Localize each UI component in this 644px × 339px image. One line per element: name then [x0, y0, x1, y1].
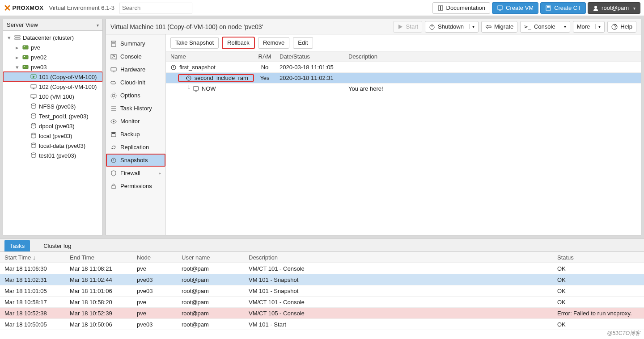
subnav-replication[interactable]: Replication: [106, 141, 165, 154]
log-row[interactable]: Mar 18 11:02:31Mar 18 11:02:44pve03root@…: [0, 274, 644, 285]
cloud-icon: [110, 80, 117, 86]
expand-toggle[interactable]: [16, 64, 20, 71]
log-row[interactable]: Mar 18 10:50:05Mar 18 10:50:06pve03root@…: [0, 319, 644, 330]
user-menu[interactable]: root@pam: [588, 2, 640, 14]
search-input[interactable]: [119, 3, 192, 13]
power-icon: [429, 24, 435, 30]
tree-node[interactable]: Test_pool1 (pve03): [3, 111, 102, 121]
tab-cluster-log[interactable]: Cluster log: [38, 240, 76, 251]
subnav-task-history[interactable]: Task History: [106, 102, 165, 115]
col-name[interactable]: Name: [166, 53, 254, 60]
node-icon: [22, 44, 29, 50]
tab-tasks[interactable]: Tasks: [4, 240, 30, 251]
expand-toggle[interactable]: [16, 54, 20, 61]
more-button[interactable]: More: [573, 21, 605, 33]
node-icon: [22, 54, 29, 60]
log-row[interactable]: Mar 18 11:06:30Mar 18 11:08:21pveroot@pa…: [0, 263, 644, 274]
col-start-time[interactable]: Start Time ↓: [0, 254, 67, 261]
create-vm-button[interactable]: Create VM: [492, 2, 538, 14]
subnav-label: Task History: [120, 105, 152, 112]
server-view-selector[interactable]: Server View: [3, 19, 102, 31]
subnav-backup[interactable]: Backup: [106, 128, 165, 141]
tree-node[interactable]: pve02: [3, 52, 102, 62]
snapshot-date: 2020-03-18 11:01:05: [276, 64, 343, 71]
subnav-monitor[interactable]: Monitor: [106, 115, 165, 128]
snapshot-name: NOW: [202, 85, 216, 92]
save-icon: [110, 131, 117, 138]
subnav-label: Summary: [120, 40, 145, 47]
tree-node[interactable]: local (pve03): [3, 131, 102, 141]
tree-node[interactable]: 102 (Copy-of-VM-100): [3, 82, 102, 92]
subnav-permissions[interactable]: Permissions: [106, 180, 165, 193]
tree-node[interactable]: pve: [3, 42, 102, 52]
snapshot-row[interactable]: first_snapshotNo2020-03-18 11:01:05: [166, 62, 641, 73]
shutdown-button[interactable]: Shutdown: [425, 21, 479, 33]
log-row[interactable]: Mar 18 10:52:38Mar 18 10:52:39pveroot@pa…: [0, 308, 644, 319]
create-ct-button[interactable]: Create CT: [540, 2, 586, 14]
tree-node-label: local (pve03): [39, 133, 72, 139]
col-description[interactable]: Description: [246, 254, 555, 261]
log-user: root@pam: [179, 276, 246, 283]
subnav-cloud-init[interactable]: Cloud-Init: [106, 76, 165, 89]
col-end-time[interactable]: End Time: [67, 254, 134, 261]
col-date[interactable]: Date/Status: [276, 53, 343, 60]
take-snapshot-button[interactable]: Take Snapshot: [170, 37, 219, 49]
chevron-down-icon[interactable]: [561, 24, 566, 29]
snapshot-ram: No: [254, 64, 276, 71]
snapshot-row[interactable]: └second_include_ramYes2020-03-18 11:02:3…: [166, 73, 641, 84]
tree-node[interactable]: Datacenter (cluster): [3, 33, 102, 42]
rollback-button[interactable]: Rollback: [222, 37, 254, 49]
topbar: ✕PROXMOX Virtual Environment 6.1-3 Docum…: [0, 0, 644, 16]
subnav-firewall[interactable]: Firewall▸: [106, 167, 165, 180]
snapshot-date: 2020-03-18 11:02:31: [276, 75, 343, 81]
subnav-hardware[interactable]: Hardware: [106, 63, 165, 76]
subnav-summary[interactable]: Summary: [106, 37, 165, 50]
resource-tree[interactable]: Datacenter (cluster)pvepve02pve03101 (Co…: [3, 31, 102, 235]
log-user: root@pam: [179, 321, 246, 328]
tree-node-label: 100 (VM 100): [39, 93, 74, 100]
log-node: pve03: [134, 288, 179, 294]
subnav-options[interactable]: Options: [106, 89, 165, 102]
col-user[interactable]: User name: [179, 254, 246, 261]
tree-node-label: 101 (Copy-of-VM-100): [39, 74, 97, 80]
expand-toggle[interactable]: [8, 34, 12, 41]
col-status[interactable]: Status: [555, 254, 644, 261]
history-icon: [110, 157, 117, 163]
subnav-console[interactable]: Console: [106, 50, 165, 63]
log-user: root@pam: [179, 299, 246, 306]
remove-button[interactable]: Remove: [258, 37, 289, 49]
version-label: Virtual Environment 6.1-3: [49, 4, 114, 11]
tree-node-label: test01 (pve03): [39, 152, 76, 159]
tree-node[interactable]: 101 (Copy-of-VM-100): [3, 72, 102, 82]
col-ram[interactable]: RAM: [254, 53, 276, 60]
console-button[interactable]: >_Console: [520, 21, 570, 33]
unlock-icon: [110, 183, 117, 189]
start-button[interactable]: Start: [393, 21, 422, 33]
history-icon: [170, 64, 177, 71]
vm-icon: [30, 93, 37, 100]
subnav-snapshots[interactable]: Snapshots: [106, 154, 165, 167]
edit-button[interactable]: Edit: [293, 37, 313, 49]
col-desc[interactable]: Description: [343, 53, 641, 60]
tree-node[interactable]: dpool (pve03): [3, 121, 102, 131]
tree-node[interactable]: local-data (pve03): [3, 141, 102, 151]
tree-node[interactable]: pve03: [3, 62, 102, 72]
chevron-down-icon[interactable]: [595, 24, 601, 29]
log-row[interactable]: Mar 18 10:58:17Mar 18 10:58:20pveroot@pa…: [0, 297, 644, 308]
chevron-down-icon[interactable]: [469, 24, 475, 29]
eye-icon: [110, 118, 117, 125]
documentation-button[interactable]: Documentation: [432, 2, 490, 14]
tree-node[interactable]: test01 (pve03): [3, 151, 102, 160]
col-node[interactable]: Node: [134, 254, 179, 261]
log-end: Mar 18 10:50:06: [67, 321, 134, 328]
tree-node[interactable]: NFSS (pve03): [3, 101, 102, 111]
log-row[interactable]: Mar 18 11:01:05Mar 18 11:01:06pve03root@…: [0, 285, 644, 297]
log-end: Mar 18 11:02:44: [67, 276, 134, 283]
migrate-button[interactable]: Migrate: [481, 21, 517, 33]
tree-node[interactable]: 100 (VM 100): [3, 92, 102, 101]
expand-toggle[interactable]: [16, 44, 20, 51]
help-button[interactable]: Help: [607, 21, 636, 33]
chevron-down-icon: [631, 4, 636, 11]
snapshot-row[interactable]: └NOWYou are here!: [166, 84, 641, 94]
watermark: @51CTO博客: [607, 330, 640, 337]
